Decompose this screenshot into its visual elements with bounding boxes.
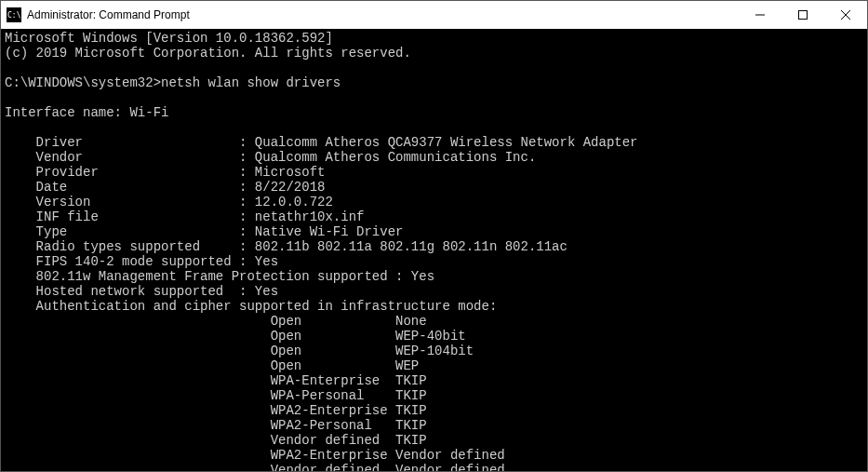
maximize-button[interactable] xyxy=(781,1,824,29)
terminal-line: Hosted network supported : Yes xyxy=(5,284,863,299)
terminal-line: Open WEP xyxy=(5,358,863,373)
terminal-line: Radio types supported : 802.11b 802.11a … xyxy=(5,239,863,254)
terminal-line: Authentication and cipher supported in i… xyxy=(5,299,863,314)
terminal-line: Driver : Qualcomm Atheros QCA9377 Wirele… xyxy=(5,135,863,150)
terminal-line: FIPS 140-2 mode supported : Yes xyxy=(5,254,863,269)
terminal-line: Vendor : Qualcomm Atheros Communications… xyxy=(5,150,863,165)
terminal-line: Vendor defined TKIP xyxy=(5,433,863,448)
terminal-line: Provider : Microsoft xyxy=(5,165,863,180)
terminal-line: Interface name: Wi-Fi xyxy=(5,105,863,120)
terminal-line: WPA2-Enterprise Vendor defined xyxy=(5,448,863,463)
terminal-line: Microsoft Windows [Version 10.0.18362.59… xyxy=(5,31,863,46)
terminal-line: Open WEP-40bit xyxy=(5,329,863,344)
terminal-line: INF file : netathr10x.inf xyxy=(5,209,863,224)
command-prompt-window: C:\ Administrator: Command Prompt Micros… xyxy=(0,0,868,472)
terminal-line: WPA2-Enterprise TKIP xyxy=(5,403,863,418)
terminal-line xyxy=(5,120,863,135)
terminal-line: Open WEP-104bit xyxy=(5,344,863,358)
terminal-line: WPA-Enterprise TKIP xyxy=(5,373,863,388)
terminal-line: Type : Native Wi-Fi Driver xyxy=(5,224,863,239)
cmd-icon: C:\ xyxy=(7,7,21,22)
terminal-line: WPA2-Personal TKIP xyxy=(5,418,863,433)
titlebar[interactable]: C:\ Administrator: Command Prompt xyxy=(1,1,867,29)
terminal-line xyxy=(5,61,863,75)
terminal-line: Vendor defined Vendor defined xyxy=(5,463,863,471)
svg-text:C:\: C:\ xyxy=(7,11,21,20)
terminal-line: C:\WINDOWS\system32>netsh wlan show driv… xyxy=(5,75,863,90)
terminal-line xyxy=(5,90,863,105)
terminal-line: 802.11w Management Frame Protection supp… xyxy=(5,269,863,284)
svg-rect-3 xyxy=(799,11,808,20)
terminal-output[interactable]: Microsoft Windows [Version 10.0.18362.59… xyxy=(1,29,867,471)
terminal-line: Open None xyxy=(5,314,863,329)
terminal-line: Date : 8/22/2018 xyxy=(5,180,863,195)
terminal-line: (c) 2019 Microsoft Corporation. All righ… xyxy=(5,46,863,61)
terminal-line: WPA-Personal TKIP xyxy=(5,388,863,403)
terminal-line: Version : 12.0.0.722 xyxy=(5,195,863,209)
close-button[interactable] xyxy=(824,1,867,29)
minimize-button[interactable] xyxy=(739,1,781,29)
window-title: Administrator: Command Prompt xyxy=(27,8,190,21)
